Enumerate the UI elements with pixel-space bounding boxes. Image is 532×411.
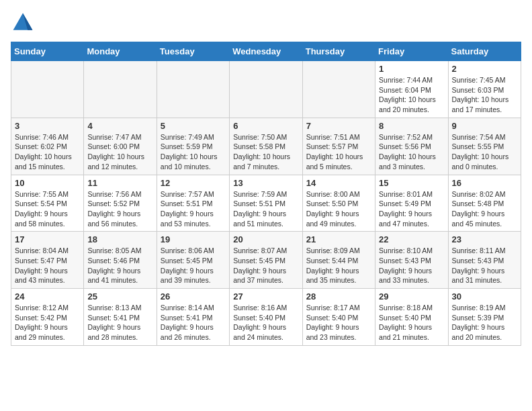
day-number: 16 — [452, 178, 517, 188]
day-info: Sunrise: 8:16 AM Sunset: 5:40 PM Dayligh… — [233, 303, 298, 342]
calendar-cell: 29Sunrise: 8:18 AM Sunset: 5:40 PM Dayli… — [375, 289, 448, 346]
day-number: 13 — [233, 178, 298, 188]
weekday-header-sunday: Sunday — [11, 42, 84, 61]
calendar-cell: 8Sunrise: 7:52 AM Sunset: 5:56 PM Daylig… — [375, 118, 448, 175]
calendar-cell: 7Sunrise: 7:51 AM Sunset: 5:57 PM Daylig… — [302, 118, 375, 175]
calendar-week-row: 10Sunrise: 7:55 AM Sunset: 5:54 PM Dayli… — [11, 175, 521, 232]
day-info: Sunrise: 7:51 AM Sunset: 5:57 PM Dayligh… — [306, 132, 371, 172]
weekday-header-row: SundayMondayTuesdayWednesdayThursdayFrid… — [11, 42, 521, 61]
day-info: Sunrise: 8:17 AM Sunset: 5:40 PM Dayligh… — [306, 303, 371, 342]
calendar-cell: 10Sunrise: 7:55 AM Sunset: 5:54 PM Dayli… — [11, 175, 84, 232]
day-info: Sunrise: 8:13 AM Sunset: 5:41 PM Dayligh… — [87, 303, 152, 342]
day-info: Sunrise: 8:14 AM Sunset: 5:41 PM Dayligh… — [161, 303, 226, 342]
weekday-header-friday: Friday — [375, 42, 448, 61]
calendar-cell: 21Sunrise: 8:09 AM Sunset: 5:44 PM Dayli… — [302, 232, 375, 289]
day-info: Sunrise: 8:04 AM Sunset: 5:47 PM Dayligh… — [15, 246, 80, 285]
day-number: 15 — [379, 178, 444, 188]
day-number: 1 — [379, 64, 444, 74]
day-info: Sunrise: 8:12 AM Sunset: 5:42 PM Dayligh… — [15, 303, 80, 342]
day-info: Sunrise: 8:19 AM Sunset: 5:39 PM Dayligh… — [452, 303, 517, 342]
logo — [11, 11, 38, 35]
weekday-header-tuesday: Tuesday — [157, 42, 229, 61]
day-info: Sunrise: 7:50 AM Sunset: 5:58 PM Dayligh… — [233, 132, 298, 172]
calendar-cell: 17Sunrise: 8:04 AM Sunset: 5:47 PM Dayli… — [11, 232, 84, 289]
calendar-cell — [84, 61, 157, 118]
calendar-cell: 24Sunrise: 8:12 AM Sunset: 5:42 PM Dayli… — [11, 289, 84, 346]
day-info: Sunrise: 7:44 AM Sunset: 6:04 PM Dayligh… — [379, 75, 444, 115]
day-number: 27 — [233, 291, 298, 302]
day-number: 9 — [452, 121, 517, 131]
calendar-cell: 27Sunrise: 8:16 AM Sunset: 5:40 PM Dayli… — [230, 289, 302, 346]
day-number: 7 — [306, 121, 371, 131]
weekday-header-wednesday: Wednesday — [230, 42, 302, 61]
calendar-cell: 4Sunrise: 7:47 AM Sunset: 6:00 PM Daylig… — [84, 118, 157, 175]
day-number: 18 — [87, 234, 152, 244]
day-info: Sunrise: 7:59 AM Sunset: 5:51 PM Dayligh… — [233, 189, 298, 229]
day-number: 8 — [379, 121, 444, 131]
day-number: 5 — [161, 121, 226, 131]
day-info: Sunrise: 8:18 AM Sunset: 5:40 PM Dayligh… — [379, 303, 444, 342]
calendar-cell — [302, 61, 375, 118]
calendar-cell: 18Sunrise: 8:05 AM Sunset: 5:46 PM Dayli… — [84, 232, 157, 289]
day-info: Sunrise: 7:56 AM Sunset: 5:52 PM Dayligh… — [87, 189, 152, 229]
day-info: Sunrise: 8:05 AM Sunset: 5:46 PM Dayligh… — [87, 246, 152, 285]
day-number: 12 — [161, 178, 226, 188]
calendar-cell — [157, 61, 229, 118]
day-info: Sunrise: 7:57 AM Sunset: 5:51 PM Dayligh… — [161, 189, 226, 229]
day-number: 21 — [306, 234, 371, 244]
calendar-week-row: 17Sunrise: 8:04 AM Sunset: 5:47 PM Dayli… — [11, 232, 521, 289]
day-info: Sunrise: 7:49 AM Sunset: 5:59 PM Dayligh… — [161, 132, 226, 172]
day-info: Sunrise: 7:52 AM Sunset: 5:56 PM Dayligh… — [379, 132, 444, 172]
day-number: 2 — [452, 64, 517, 74]
calendar-cell — [230, 61, 302, 118]
day-number: 4 — [87, 121, 152, 131]
day-info: Sunrise: 7:47 AM Sunset: 6:00 PM Dayligh… — [87, 132, 152, 172]
day-number: 17 — [15, 234, 80, 244]
day-info: Sunrise: 7:54 AM Sunset: 5:55 PM Dayligh… — [452, 132, 517, 172]
calendar-cell: 22Sunrise: 8:10 AM Sunset: 5:43 PM Dayli… — [375, 232, 448, 289]
day-number: 25 — [87, 291, 152, 302]
calendar-cell: 9Sunrise: 7:54 AM Sunset: 5:55 PM Daylig… — [448, 118, 521, 175]
day-number: 28 — [306, 291, 371, 302]
calendar-cell: 13Sunrise: 7:59 AM Sunset: 5:51 PM Dayli… — [230, 175, 302, 232]
logo-icon — [11, 11, 35, 35]
day-number: 22 — [379, 234, 444, 244]
day-number: 14 — [306, 178, 371, 188]
calendar-week-row: 3Sunrise: 7:46 AM Sunset: 6:02 PM Daylig… — [11, 118, 521, 175]
day-number: 11 — [87, 178, 152, 188]
day-info: Sunrise: 8:10 AM Sunset: 5:43 PM Dayligh… — [379, 246, 444, 285]
day-info: Sunrise: 8:06 AM Sunset: 5:45 PM Dayligh… — [161, 246, 226, 285]
calendar-cell: 28Sunrise: 8:17 AM Sunset: 5:40 PM Dayli… — [302, 289, 375, 346]
day-number: 23 — [452, 234, 517, 244]
calendar-cell: 30Sunrise: 8:19 AM Sunset: 5:39 PM Dayli… — [448, 289, 521, 346]
day-number: 19 — [161, 234, 226, 244]
day-info: Sunrise: 8:01 AM Sunset: 5:49 PM Dayligh… — [379, 189, 444, 229]
calendar-cell: 26Sunrise: 8:14 AM Sunset: 5:41 PM Dayli… — [157, 289, 229, 346]
calendar-week-row: 1Sunrise: 7:44 AM Sunset: 6:04 PM Daylig… — [11, 61, 521, 118]
calendar-cell: 6Sunrise: 7:50 AM Sunset: 5:58 PM Daylig… — [230, 118, 302, 175]
day-number: 6 — [233, 121, 298, 131]
calendar-week-row: 24Sunrise: 8:12 AM Sunset: 5:42 PM Dayli… — [11, 289, 521, 346]
day-info: Sunrise: 8:02 AM Sunset: 5:48 PM Dayligh… — [452, 189, 517, 229]
calendar-cell — [11, 61, 84, 118]
day-number: 20 — [233, 234, 298, 244]
calendar-cell: 14Sunrise: 8:00 AM Sunset: 5:50 PM Dayli… — [302, 175, 375, 232]
calendar-cell: 11Sunrise: 7:56 AM Sunset: 5:52 PM Dayli… — [84, 175, 157, 232]
day-info: Sunrise: 7:46 AM Sunset: 6:02 PM Dayligh… — [15, 132, 80, 172]
weekday-header-thursday: Thursday — [302, 42, 375, 61]
calendar: SundayMondayTuesdayWednesdayThursdayFrid… — [11, 42, 521, 346]
day-info: Sunrise: 8:00 AM Sunset: 5:50 PM Dayligh… — [306, 189, 371, 229]
day-info: Sunrise: 8:11 AM Sunset: 5:43 PM Dayligh… — [452, 246, 517, 285]
calendar-cell: 15Sunrise: 8:01 AM Sunset: 5:49 PM Dayli… — [375, 175, 448, 232]
weekday-header-saturday: Saturday — [448, 42, 521, 61]
day-info: Sunrise: 7:45 AM Sunset: 6:03 PM Dayligh… — [452, 75, 517, 115]
page-header — [11, 11, 521, 35]
day-info: Sunrise: 8:09 AM Sunset: 5:44 PM Dayligh… — [306, 246, 371, 285]
day-info: Sunrise: 8:07 AM Sunset: 5:45 PM Dayligh… — [233, 246, 298, 285]
calendar-cell: 3Sunrise: 7:46 AM Sunset: 6:02 PM Daylig… — [11, 118, 84, 175]
day-number: 24 — [15, 291, 80, 302]
day-number: 10 — [15, 178, 80, 188]
day-info: Sunrise: 7:55 AM Sunset: 5:54 PM Dayligh… — [15, 189, 80, 229]
calendar-cell: 5Sunrise: 7:49 AM Sunset: 5:59 PM Daylig… — [157, 118, 229, 175]
day-number: 3 — [15, 121, 80, 131]
